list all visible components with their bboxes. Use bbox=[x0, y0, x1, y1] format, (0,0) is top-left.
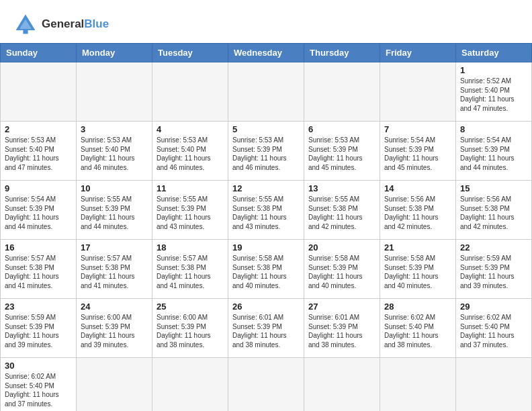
calendar-cell: 29Sunrise: 6:02 AM Sunset: 5:40 PM Dayli… bbox=[456, 299, 532, 358]
day-number: 19 bbox=[232, 242, 300, 253]
day-number: 26 bbox=[232, 302, 300, 312]
day-info: Sunrise: 5:59 AM Sunset: 5:39 PM Dayligh… bbox=[5, 313, 72, 349]
calendar-cell bbox=[152, 358, 228, 412]
calendar-cell: 19Sunrise: 5:58 AM Sunset: 5:38 PM Dayli… bbox=[228, 240, 304, 299]
calendar-cell: 9Sunrise: 5:54 AM Sunset: 5:39 PM Daylig… bbox=[1, 181, 77, 240]
calendar-cell: 25Sunrise: 6:00 AM Sunset: 5:39 PM Dayli… bbox=[152, 299, 228, 358]
calendar-cell bbox=[77, 358, 152, 412]
calendar-cell: 5Sunrise: 5:53 AM Sunset: 5:39 PM Daylig… bbox=[228, 122, 304, 181]
calendar-cell: 17Sunrise: 5:57 AM Sunset: 5:38 PM Dayli… bbox=[77, 240, 152, 299]
day-info: Sunrise: 5:57 AM Sunset: 5:38 PM Dayligh… bbox=[81, 254, 148, 290]
calendar-cell: 26Sunrise: 6:01 AM Sunset: 5:39 PM Dayli… bbox=[228, 299, 304, 358]
day-number: 25 bbox=[157, 302, 224, 312]
day-number: 22 bbox=[460, 242, 527, 253]
day-info: Sunrise: 5:57 AM Sunset: 5:38 PM Dayligh… bbox=[157, 254, 224, 290]
day-info: Sunrise: 6:02 AM Sunset: 5:40 PM Dayligh… bbox=[460, 313, 527, 349]
day-number: 21 bbox=[384, 242, 451, 253]
weekday-header: Wednesday bbox=[228, 44, 304, 62]
calendar-cell: 23Sunrise: 5:59 AM Sunset: 5:39 PM Dayli… bbox=[1, 299, 77, 358]
calendar-cell: 2Sunrise: 5:53 AM Sunset: 5:40 PM Daylig… bbox=[1, 122, 77, 181]
day-info: Sunrise: 6:02 AM Sunset: 5:40 PM Dayligh… bbox=[5, 372, 72, 408]
day-info: Sunrise: 5:53 AM Sunset: 5:39 PM Dayligh… bbox=[232, 136, 300, 172]
day-number: 13 bbox=[308, 183, 375, 193]
day-number: 9 bbox=[5, 183, 72, 193]
calendar-table: SundayMondayTuesdayWednesdayThursdayFrid… bbox=[0, 43, 532, 411]
day-number: 3 bbox=[81, 124, 148, 134]
calendar-cell bbox=[380, 62, 456, 122]
calendar-cell bbox=[1, 62, 77, 122]
day-number: 10 bbox=[81, 183, 148, 193]
calendar-cell: 21Sunrise: 5:58 AM Sunset: 5:39 PM Dayli… bbox=[380, 240, 456, 299]
calendar-cell: 11Sunrise: 5:55 AM Sunset: 5:39 PM Dayli… bbox=[152, 181, 228, 240]
calendar-cell: 12Sunrise: 5:55 AM Sunset: 5:38 PM Dayli… bbox=[228, 181, 304, 240]
weekday-header: Friday bbox=[380, 44, 456, 62]
logo-area: GeneralBlue bbox=[13, 12, 109, 36]
day-number: 23 bbox=[5, 302, 72, 312]
calendar-header-row: SundayMondayTuesdayWednesdayThursdayFrid… bbox=[1, 44, 532, 62]
calendar-cell: 18Sunrise: 5:57 AM Sunset: 5:38 PM Dayli… bbox=[152, 240, 228, 299]
calendar-week-row: 9Sunrise: 5:54 AM Sunset: 5:39 PM Daylig… bbox=[1, 181, 532, 240]
calendar-week-row: 16Sunrise: 5:57 AM Sunset: 5:38 PM Dayli… bbox=[1, 240, 532, 299]
day-info: Sunrise: 5:55 AM Sunset: 5:39 PM Dayligh… bbox=[81, 195, 148, 231]
day-info: Sunrise: 5:54 AM Sunset: 5:39 PM Dayligh… bbox=[384, 136, 451, 172]
day-number: 28 bbox=[384, 302, 451, 312]
weekday-header: Sunday bbox=[1, 44, 77, 62]
day-number: 17 bbox=[81, 242, 148, 253]
day-info: Sunrise: 5:53 AM Sunset: 5:40 PM Dayligh… bbox=[5, 136, 72, 172]
day-number: 7 bbox=[384, 124, 451, 134]
day-info: Sunrise: 6:01 AM Sunset: 5:39 PM Dayligh… bbox=[232, 313, 300, 349]
day-number: 6 bbox=[308, 124, 375, 134]
day-info: Sunrise: 5:56 AM Sunset: 5:38 PM Dayligh… bbox=[384, 195, 451, 231]
day-number: 8 bbox=[460, 124, 527, 134]
svg-rect-2 bbox=[23, 29, 28, 34]
day-info: Sunrise: 5:52 AM Sunset: 5:40 PM Dayligh… bbox=[460, 77, 527, 113]
calendar-cell bbox=[304, 62, 380, 122]
weekday-header: Monday bbox=[77, 44, 152, 62]
calendar-cell: 14Sunrise: 5:56 AM Sunset: 5:38 PM Dayli… bbox=[380, 181, 456, 240]
day-info: Sunrise: 5:55 AM Sunset: 5:39 PM Dayligh… bbox=[157, 195, 224, 231]
day-info: Sunrise: 6:02 AM Sunset: 5:40 PM Dayligh… bbox=[384, 313, 451, 349]
calendar-cell bbox=[380, 358, 456, 412]
day-number: 29 bbox=[460, 302, 527, 312]
day-info: Sunrise: 5:53 AM Sunset: 5:40 PM Dayligh… bbox=[81, 136, 148, 172]
calendar-week-row: 30Sunrise: 6:02 AM Sunset: 5:40 PM Dayli… bbox=[1, 358, 532, 412]
day-info: Sunrise: 5:59 AM Sunset: 5:39 PM Dayligh… bbox=[460, 254, 527, 290]
day-number: 24 bbox=[81, 302, 148, 312]
day-info: Sunrise: 5:58 AM Sunset: 5:38 PM Dayligh… bbox=[232, 254, 300, 290]
day-info: Sunrise: 5:55 AM Sunset: 5:38 PM Dayligh… bbox=[308, 195, 375, 231]
day-info: Sunrise: 6:00 AM Sunset: 5:39 PM Dayligh… bbox=[157, 313, 224, 349]
calendar-week-row: 23Sunrise: 5:59 AM Sunset: 5:39 PM Dayli… bbox=[1, 299, 532, 358]
day-number: 12 bbox=[232, 183, 300, 193]
calendar-cell: 4Sunrise: 5:53 AM Sunset: 5:40 PM Daylig… bbox=[152, 122, 228, 181]
day-number: 20 bbox=[308, 242, 375, 253]
day-number: 2 bbox=[5, 124, 72, 134]
calendar-cell: 13Sunrise: 5:55 AM Sunset: 5:38 PM Dayli… bbox=[304, 181, 380, 240]
weekday-header: Thursday bbox=[304, 44, 380, 62]
calendar-cell: 27Sunrise: 6:01 AM Sunset: 5:39 PM Dayli… bbox=[304, 299, 380, 358]
calendar-week-row: 2Sunrise: 5:53 AM Sunset: 5:40 PM Daylig… bbox=[1, 122, 532, 181]
calendar-cell bbox=[456, 358, 532, 412]
day-info: Sunrise: 5:55 AM Sunset: 5:38 PM Dayligh… bbox=[232, 195, 300, 231]
day-info: Sunrise: 5:53 AM Sunset: 5:40 PM Dayligh… bbox=[157, 136, 224, 172]
calendar-week-row: 1Sunrise: 5:52 AM Sunset: 5:40 PM Daylig… bbox=[1, 62, 532, 122]
day-info: Sunrise: 6:00 AM Sunset: 5:39 PM Dayligh… bbox=[81, 313, 148, 349]
calendar-cell: 16Sunrise: 5:57 AM Sunset: 5:38 PM Dayli… bbox=[1, 240, 77, 299]
day-number: 11 bbox=[157, 183, 224, 193]
day-info: Sunrise: 5:53 AM Sunset: 5:39 PM Dayligh… bbox=[308, 136, 375, 172]
weekday-header: Saturday bbox=[456, 44, 532, 62]
calendar-cell: 8Sunrise: 5:54 AM Sunset: 5:39 PM Daylig… bbox=[456, 122, 532, 181]
day-number: 1 bbox=[460, 65, 527, 75]
day-number: 16 bbox=[5, 242, 72, 253]
day-info: Sunrise: 5:54 AM Sunset: 5:39 PM Dayligh… bbox=[5, 195, 72, 231]
day-number: 27 bbox=[308, 302, 375, 312]
day-number: 5 bbox=[232, 124, 300, 134]
day-info: Sunrise: 5:57 AM Sunset: 5:38 PM Dayligh… bbox=[5, 254, 72, 290]
day-number: 15 bbox=[460, 183, 527, 193]
day-info: Sunrise: 5:54 AM Sunset: 5:39 PM Dayligh… bbox=[460, 136, 527, 172]
day-info: Sunrise: 5:58 AM Sunset: 5:39 PM Dayligh… bbox=[308, 254, 375, 290]
logo-icon bbox=[13, 12, 38, 36]
calendar-cell: 3Sunrise: 5:53 AM Sunset: 5:40 PM Daylig… bbox=[77, 122, 152, 181]
calendar-cell bbox=[228, 62, 304, 122]
calendar-cell bbox=[228, 358, 304, 412]
calendar-cell: 22Sunrise: 5:59 AM Sunset: 5:39 PM Dayli… bbox=[456, 240, 532, 299]
